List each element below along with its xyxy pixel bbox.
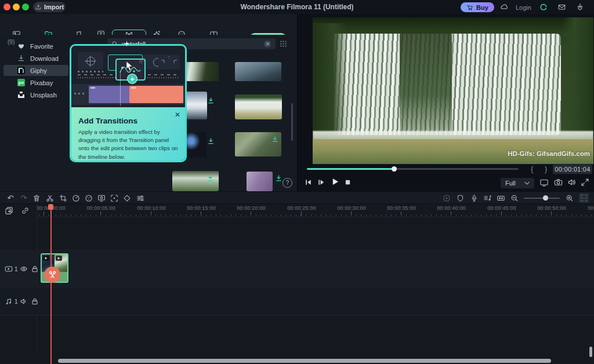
snapshot-camera-icon[interactable]: [554, 178, 563, 187]
zoom-out-icon[interactable]: [510, 194, 519, 203]
color-correction-icon[interactable]: [84, 194, 93, 203]
preview-zoom-dropdown[interactable]: Full: [501, 178, 534, 188]
playhead-handle[interactable]: [48, 204, 53, 210]
panel-scrollbar[interactable]: [291, 103, 293, 141]
track-divider: [0, 315, 594, 315]
delete-icon[interactable]: [32, 194, 41, 203]
link-clips-icon[interactable]: [21, 206, 30, 215]
mark-out-icon[interactable]: }: [545, 165, 547, 173]
timeline-zoom-knob[interactable]: [543, 195, 548, 201]
mask-shield-icon[interactable]: [455, 194, 465, 203]
timeline-horizontal-scrollbar[interactable]: [58, 359, 551, 363]
download-resources-icon[interactable]: [576, 2, 584, 11]
audio-track[interactable]: [0, 288, 594, 315]
buy-label: Buy: [476, 4, 488, 11]
import-icon: [35, 3, 42, 10]
window-title: Wondershare Filmora 11 (Untitled): [181, 3, 413, 11]
zoom-in-icon[interactable]: [565, 194, 574, 203]
timeline-area: 00:00:00:00 00:00:05:00 00:00:10:00 00:0…: [0, 204, 594, 364]
login-link[interactable]: Login: [516, 4, 531, 11]
sidebar-item-pixabay[interactable]: px Pixabay: [3, 77, 68, 88]
media-tabs-bar: My Media Stock Media Audio Titles Transi…: [0, 14, 297, 35]
next-frame-button[interactable]: [317, 178, 325, 187]
chevron-down-icon: [524, 181, 530, 185]
minimize-window-button[interactable]: [13, 3, 20, 10]
download-media-icon[interactable]: [207, 96, 215, 104]
previous-frame-button[interactable]: [304, 178, 313, 187]
lock-track-icon[interactable]: [31, 265, 39, 273]
add-track-icon[interactable]: [5, 206, 13, 215]
clear-search-button[interactable]: [264, 41, 271, 48]
fullscreen-icon[interactable]: [581, 178, 589, 187]
play-button[interactable]: [330, 177, 340, 187]
timeline-ruler[interactable]: 00:00:00:00 00:00:05:00 00:00:10:00 00:0…: [37, 204, 594, 217]
sidebar-item-giphy[interactable]: Giphy: [3, 65, 68, 76]
timeline-zoom-slider[interactable]: [524, 198, 560, 199]
auto-ripple-icon[interactable]: [496, 194, 505, 203]
close-window-button[interactable]: [3, 3, 10, 10]
feedback-mail-icon[interactable]: [557, 3, 566, 11]
stock-thumbnail[interactable]: [184, 92, 207, 119]
track-manager-icon[interactable]: [579, 193, 589, 203]
mini-clip-purple: [89, 86, 129, 103]
seek-bar-knob[interactable]: [392, 166, 397, 172]
redo-button[interactable]: ↷: [19, 194, 28, 203]
stock-thumbnail[interactable]: [235, 94, 282, 119]
motion-track-icon[interactable]: [97, 194, 106, 203]
heart-icon: [17, 43, 25, 50]
grid-view-icon[interactable]: [280, 40, 287, 48]
stop-button[interactable]: [344, 179, 352, 186]
crop-icon[interactable]: [59, 194, 68, 203]
video-track[interactable]: [0, 249, 594, 288]
stock-thumbnail[interactable]: [184, 132, 207, 158]
import-button[interactable]: Import: [33, 2, 66, 12]
add-transition-plus-icon: +: [127, 74, 137, 84]
stock-thumbnail[interactable]: [235, 62, 281, 81]
audio-mixer-icon[interactable]: [483, 194, 492, 203]
zoom-level-value: Full: [505, 180, 516, 187]
preview-panel: HD-Gifs: GifsandGifs.com { } 00:00:01:04…: [297, 14, 594, 191]
filmora-window: Import Wondershare Filmora 11 (Untitled)…: [0, 0, 594, 364]
record-voiceover-icon[interactable]: [469, 194, 479, 203]
clip-play-badge-icon: [56, 256, 62, 261]
sidebar-item-unsplash[interactable]: Unsplash: [3, 89, 68, 100]
second-display-icon[interactable]: [539, 178, 549, 187]
cursor-arrow-icon: [125, 61, 134, 71]
keyframe-icon[interactable]: [110, 194, 119, 203]
zoom-window-button[interactable]: [22, 3, 29, 10]
sidebar-item-download[interactable]: Download: [3, 53, 68, 64]
playhead-line[interactable]: [50, 204, 52, 364]
preview-video[interactable]: HD-Gifs: GifsandGifs.com: [313, 17, 593, 164]
audio-mute-icon[interactable]: [20, 297, 28, 305]
preview-timecode: 00:00:01:04: [553, 165, 592, 174]
stock-thumbnail[interactable]: [247, 172, 273, 191]
speed-icon[interactable]: [71, 194, 81, 203]
undo-button[interactable]: ↶: [6, 194, 15, 203]
adjust-sliders-icon[interactable]: [136, 194, 145, 203]
download-media-icon[interactable]: [207, 174, 214, 181]
ruler-minor-ticks: [37, 214, 594, 216]
downloaded-badge-icon: [271, 134, 279, 142]
help-button[interactable]: ?: [282, 178, 292, 188]
chroma-key-icon[interactable]: [122, 194, 132, 203]
timeline-vertical-scrollbar[interactable]: [589, 347, 592, 357]
seek-bar-progress: [307, 168, 394, 170]
download-media-icon[interactable]: [275, 174, 282, 181]
split-clip-button[interactable]: [44, 267, 60, 283]
tooltip-title: Add Transitions: [78, 117, 137, 125]
tooltip-close-icon[interactable]: ✕: [175, 111, 180, 119]
lock-track-icon[interactable]: [31, 297, 39, 305]
download-media-icon[interactable]: [207, 137, 215, 144]
mute-speaker-icon[interactable]: [567, 178, 576, 187]
mini-playhead: [120, 71, 121, 106]
eye-visibility-icon[interactable]: [20, 265, 28, 273]
cloud-icon[interactable]: [500, 3, 509, 11]
buy-button[interactable]: Buy: [461, 2, 494, 12]
video-watermark: HD-Gifs: GifsandGifs.com: [508, 150, 590, 157]
split-scissors-icon[interactable]: [45, 194, 55, 203]
render-preview-icon[interactable]: [442, 194, 451, 203]
transition-thumb-card: [158, 55, 168, 69]
transition-thumb-card: [78, 52, 103, 70]
support-headset-icon[interactable]: [539, 3, 548, 11]
mark-in-icon[interactable]: {: [531, 165, 533, 173]
